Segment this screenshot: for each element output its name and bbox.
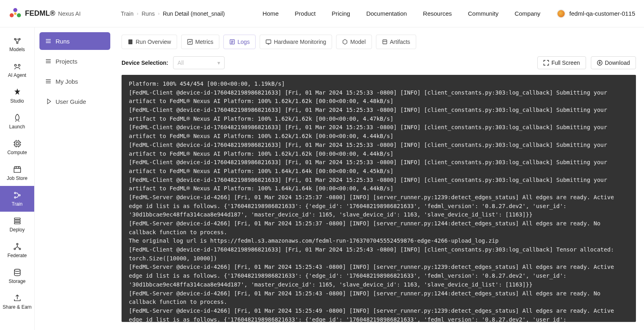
rail-item-job-store[interactable]: Job Store xyxy=(0,160,34,186)
svg-point-1 xyxy=(10,13,14,17)
svg-rect-16 xyxy=(14,223,20,224)
tab-artifacts[interactable]: Artifacts xyxy=(376,35,417,49)
nav-pricing[interactable]: Pricing xyxy=(332,10,350,17)
rail-item-federate[interactable]: Federate xyxy=(0,237,34,263)
svg-point-2 xyxy=(17,13,21,17)
svg-point-5 xyxy=(19,39,20,40)
log-line: [FedML-Server @device-id-4266] [Fri, 01 … xyxy=(129,263,629,289)
svg-rect-24 xyxy=(266,40,271,43)
studio-icon xyxy=(13,88,22,97)
tab-icon xyxy=(229,39,235,45)
share-icon xyxy=(13,294,22,303)
rail-label: Train xyxy=(12,201,23,207)
brand-logo[interactable]: FEDML® Nexus AI xyxy=(9,7,80,20)
tab-label: Logs xyxy=(237,39,250,45)
tab-icon xyxy=(342,39,348,45)
chevron-right-icon: › xyxy=(137,11,138,16)
logo-icon xyxy=(9,7,22,20)
log-line: [FedML-Client @device-id-176048219898682… xyxy=(129,89,629,106)
tab-label: Artifacts xyxy=(390,39,411,45)
log-line: Platform: 100% 454/454 [00:00<00:00, 1.1… xyxy=(129,80,629,89)
top-nav: Home Product Pricing Documentation Resou… xyxy=(262,10,540,17)
svg-point-4 xyxy=(14,39,16,40)
log-controls: Device Selection: All ▾ Full Screen Down… xyxy=(122,56,636,69)
svg-point-20 xyxy=(14,269,20,272)
svg-point-7 xyxy=(14,64,17,66)
log-line: [FedML-Client @device-id-176048219898682… xyxy=(129,158,629,175)
tab-bar: Run OverviewMetricsLogsHardware Monitori… xyxy=(122,35,636,49)
subnav-label: Projects xyxy=(56,58,77,65)
rail-item-ai-agent[interactable]: AI Agent xyxy=(0,57,34,83)
tab-icon xyxy=(128,39,133,45)
download-label: Download xyxy=(605,60,630,66)
main-panel: Run OverviewMetricsLogsHardware Monitori… xyxy=(115,27,644,330)
rail-label: Deploy xyxy=(10,227,25,233)
nav-documentation[interactable]: Documentation xyxy=(366,10,407,17)
subnav-item-runs[interactable]: Runs xyxy=(39,32,110,50)
rail-item-compute[interactable]: Compute xyxy=(0,134,34,160)
svg-point-17 xyxy=(17,243,18,245)
models-icon xyxy=(13,36,22,45)
nav-home[interactable]: Home xyxy=(262,10,279,17)
list-icon xyxy=(45,78,52,85)
tab-icon xyxy=(382,39,388,45)
rail-item-studio[interactable]: Studio xyxy=(0,83,34,109)
svg-rect-25 xyxy=(383,40,387,44)
tab-icon xyxy=(266,39,271,45)
download-button[interactable]: Download xyxy=(591,56,636,69)
chevron-down-icon: ▾ xyxy=(217,60,220,66)
rail-item-launch[interactable]: Launch xyxy=(0,109,34,134)
log-line: The original log url is https://fedml.s3… xyxy=(129,237,629,245)
log-line: [FedML-Server @device-id-4266] [Fri, 01 … xyxy=(129,219,629,237)
tab-model[interactable]: Model xyxy=(336,35,372,49)
left-rail: ModelsAI AgentStudioLaunchComputeJob Sto… xyxy=(0,27,35,330)
device-selection-label: Device Selection: xyxy=(122,60,168,66)
agent-icon xyxy=(13,62,22,71)
log-output[interactable]: Platform: 100% 454/454 [00:00<00:00, 1.1… xyxy=(122,75,636,322)
tab-logs[interactable]: Logs xyxy=(223,35,256,49)
subnav-label: User Guide xyxy=(56,98,86,105)
breadcrumb: Train › Runs › Run Detail (monet_snail) xyxy=(121,10,225,17)
tab-run-overview[interactable]: Run Overview xyxy=(122,35,177,49)
rail-item-models[interactable]: Models xyxy=(0,31,34,57)
subnav-item-projects[interactable]: Projects xyxy=(39,52,110,70)
fullscreen-label: Full Screen xyxy=(551,60,580,66)
nav-company[interactable]: Company xyxy=(514,10,540,17)
breadcrumb-current: Run Detail (monet_snail) xyxy=(163,10,225,17)
subnav-label: My Jobs xyxy=(56,78,78,85)
nav-community[interactable]: Community xyxy=(468,10,499,17)
download-icon xyxy=(597,60,603,66)
svg-point-6 xyxy=(17,42,18,44)
train-icon xyxy=(13,191,22,200)
nav-product[interactable]: Product xyxy=(295,10,316,17)
rail-label: Launch xyxy=(9,124,25,130)
tab-metrics[interactable]: Metrics xyxy=(181,35,219,49)
rail-item-train[interactable]: Train xyxy=(0,186,34,212)
breadcrumb-train[interactable]: Train xyxy=(121,10,133,17)
user-menu[interactable]: fedml-qa-customer-0115 xyxy=(557,9,635,18)
fullscreen-icon xyxy=(543,60,549,66)
nav-resources[interactable]: Resources xyxy=(423,10,452,17)
subnav-item-my-jobs[interactable]: My Jobs xyxy=(39,72,110,90)
log-line: [FedML-Server @device-id-4266] [Fri, 01 … xyxy=(129,307,629,322)
svg-rect-21 xyxy=(128,39,132,44)
svg-point-3 xyxy=(14,12,17,15)
rail-label: Job Store xyxy=(7,175,27,181)
jobstore-icon xyxy=(13,165,22,174)
rail-item-share-earn[interactable]: Share & Earn xyxy=(0,289,34,315)
breadcrumb-runs[interactable]: Runs xyxy=(142,10,155,17)
compute-icon xyxy=(13,139,22,148)
fullscreen-button[interactable]: Full Screen xyxy=(537,56,586,69)
subnav-item-user-guide[interactable]: User Guide xyxy=(39,93,110,110)
tab-hardware-monitoring[interactable]: Hardware Monitoring xyxy=(260,35,332,49)
username: fedml-qa-customer-0115 xyxy=(570,10,635,17)
device-selection-dropdown[interactable]: All ▾ xyxy=(173,56,225,69)
svg-point-0 xyxy=(13,8,17,12)
svg-point-8 xyxy=(18,64,20,66)
rail-item-storage[interactable]: Storage xyxy=(0,263,34,289)
storage-icon xyxy=(13,268,22,277)
rail-label: Studio xyxy=(10,98,24,104)
rail-item-deploy[interactable]: Deploy xyxy=(0,212,34,237)
log-line: [FedML-Client @device-id-176048219898682… xyxy=(129,245,629,263)
topbar: FEDML® Nexus AI Train › Runs › Run Detai… xyxy=(0,0,644,27)
